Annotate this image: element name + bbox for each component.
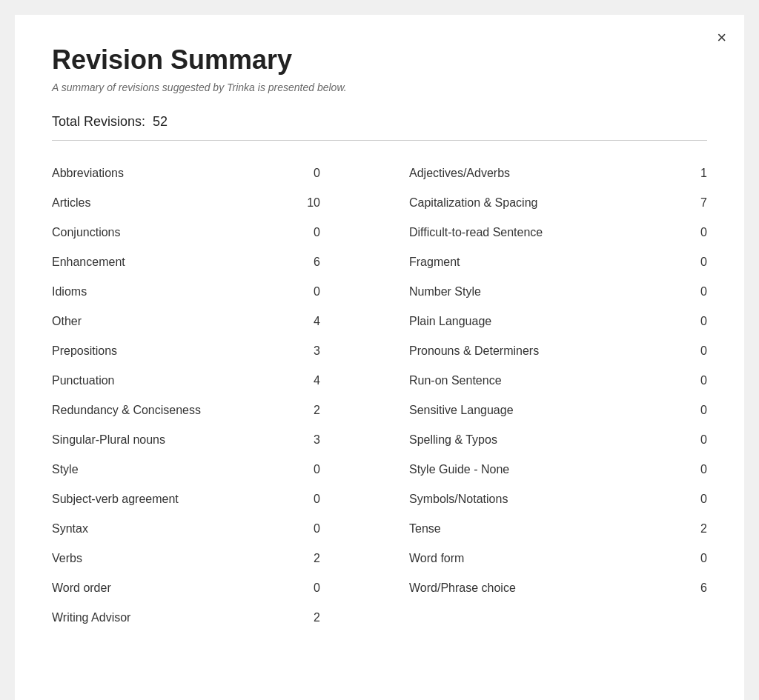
- modal-title: Revision Summary: [52, 44, 707, 76]
- row-label: Run-on Sentence: [409, 374, 502, 387]
- row-label: Style: [52, 463, 79, 476]
- row-label: Tense: [409, 522, 441, 536]
- row-label: Verbs: [52, 552, 82, 565]
- divider: [52, 140, 707, 141]
- table-row: Fragment 0: [409, 247, 707, 277]
- table-row: Idioms 0: [52, 277, 350, 307]
- row-value: 0: [314, 463, 350, 476]
- total-revisions: Total Revisions: 52: [52, 114, 707, 130]
- table-row: Redundancy & Conciseness 2: [52, 396, 350, 425]
- row-label: Number Style: [409, 285, 481, 299]
- table-row: Other 4: [52, 307, 350, 336]
- row-label: Abbreviations: [52, 167, 124, 180]
- row-value: 0: [685, 374, 707, 387]
- row-label: Word/Phrase choice: [409, 581, 516, 595]
- table-row: Conjunctions 0: [52, 218, 350, 247]
- row-label: Writing Advisor: [52, 611, 130, 624]
- row-value: 0: [314, 285, 350, 299]
- table-row: Tense 2: [409, 514, 707, 544]
- table-row: Style 0: [52, 455, 350, 484]
- table-row: Adjectives/Adverbs 1: [409, 159, 707, 188]
- table-row: Pronouns & Determiners 0: [409, 336, 707, 366]
- row-value: 6: [685, 581, 707, 595]
- row-label: Prepositions: [52, 344, 117, 358]
- row-label: Singular-Plural nouns: [52, 433, 165, 447]
- row-value: 0: [314, 493, 350, 506]
- row-label: Pronouns & Determiners: [409, 344, 539, 358]
- modal-subtitle: A summary of revisions suggested by Trin…: [52, 81, 707, 93]
- table-row: Plain Language 0: [409, 307, 707, 336]
- row-label: Redundancy & Conciseness: [52, 404, 201, 417]
- row-label: Word form: [409, 552, 464, 565]
- row-value: 7: [685, 196, 707, 210]
- table-row: Writing Advisor 2: [52, 603, 350, 633]
- row-value: 0: [685, 226, 707, 239]
- table-row: Verbs 2: [52, 544, 350, 573]
- revisions-grid: Abbreviations 0 Articles 10 Conjunctions…: [52, 159, 707, 633]
- row-value: 2: [314, 611, 350, 624]
- row-label: Fragment: [409, 256, 460, 269]
- row-label: Difficult-to-read Sentence: [409, 226, 543, 239]
- table-row: Sensitive Language 0: [409, 396, 707, 425]
- row-value: 3: [314, 344, 350, 358]
- row-value: 4: [314, 315, 350, 328]
- table-row: Capitalization & Spacing 7: [409, 188, 707, 218]
- row-label: Word order: [52, 581, 111, 595]
- row-label: Sensitive Language: [409, 404, 514, 417]
- row-value: 2: [314, 552, 350, 565]
- row-label: Subject-verb agreement: [52, 493, 179, 506]
- row-label: Enhancement: [52, 256, 125, 269]
- row-value: 0: [685, 285, 707, 299]
- row-label: Conjunctions: [52, 226, 121, 239]
- row-value: 0: [685, 463, 707, 476]
- row-label: Articles: [52, 196, 90, 210]
- table-row: Word form 0: [409, 544, 707, 573]
- table-row: Subject-verb agreement 0: [52, 484, 350, 514]
- row-label: Other: [52, 315, 82, 328]
- row-label: Capitalization & Spacing: [409, 196, 537, 210]
- table-row: Punctuation 4: [52, 366, 350, 396]
- table-row: Articles 10: [52, 188, 350, 218]
- table-row: Spelling & Typos 0: [409, 425, 707, 455]
- row-value: 4: [314, 374, 350, 387]
- row-label: Spelling & Typos: [409, 433, 497, 447]
- table-row: Symbols/Notations 0: [409, 484, 707, 514]
- row-value: 2: [314, 404, 350, 417]
- table-row: Prepositions 3: [52, 336, 350, 366]
- row-label: Style Guide - None: [409, 463, 509, 476]
- row-label: Plain Language: [409, 315, 491, 328]
- right-column: Adjectives/Adverbs 1 Capitalization & Sp…: [380, 159, 707, 633]
- row-value: 0: [685, 433, 707, 447]
- left-column: Abbreviations 0 Articles 10 Conjunctions…: [52, 159, 380, 633]
- row-value: 0: [685, 493, 707, 506]
- table-row: Run-on Sentence 0: [409, 366, 707, 396]
- row-value: 0: [685, 404, 707, 417]
- row-value: 0: [685, 552, 707, 565]
- table-row: Word/Phrase choice 6: [409, 573, 707, 603]
- row-value: 0: [314, 522, 350, 536]
- row-label: Punctuation: [52, 374, 115, 387]
- row-value: 3: [314, 433, 350, 447]
- table-row: Singular-Plural nouns 3: [52, 425, 350, 455]
- row-label: Symbols/Notations: [409, 493, 508, 506]
- table-row: Abbreviations 0: [52, 159, 350, 188]
- close-button[interactable]: ×: [717, 30, 726, 46]
- row-value: 0: [314, 581, 350, 595]
- table-row: Syntax 0: [52, 514, 350, 544]
- row-label: Idioms: [52, 285, 87, 299]
- row-value: 0: [685, 315, 707, 328]
- revision-summary-modal: × Revision Summary A summary of revision…: [15, 15, 744, 700]
- table-row: Enhancement 6: [52, 247, 350, 277]
- row-label: Syntax: [52, 522, 88, 536]
- table-row: Difficult-to-read Sentence 0: [409, 218, 707, 247]
- row-label: Adjectives/Adverbs: [409, 167, 510, 180]
- table-row: Number Style 0: [409, 277, 707, 307]
- row-value: 0: [685, 344, 707, 358]
- row-value: 6: [314, 256, 350, 269]
- table-row: Style Guide - None 0: [409, 455, 707, 484]
- row-value: 2: [685, 522, 707, 536]
- table-row: Word order 0: [52, 573, 350, 603]
- row-value: 0: [685, 256, 707, 269]
- row-value: 0: [314, 226, 350, 239]
- row-value: 1: [685, 167, 707, 180]
